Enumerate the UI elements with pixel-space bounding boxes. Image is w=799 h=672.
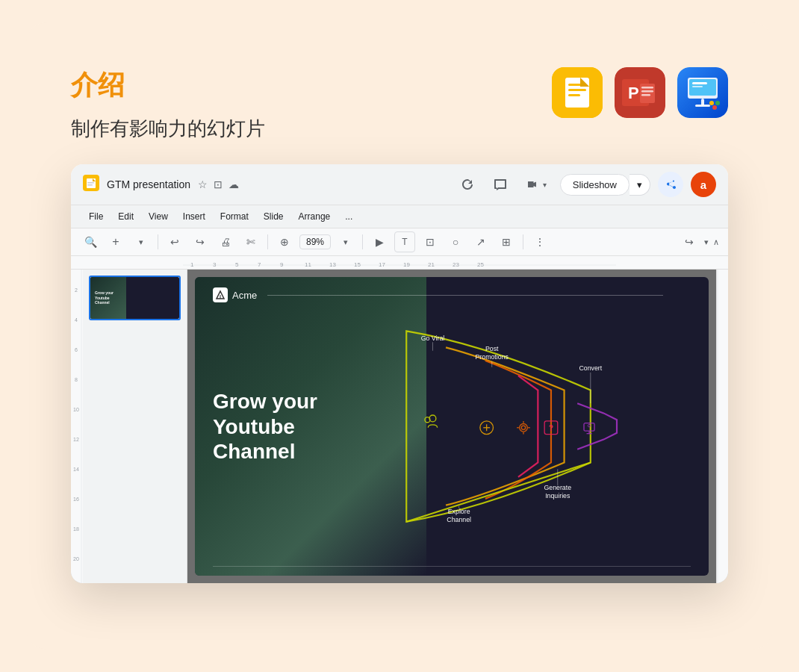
slide-panel: Grow yourYoutubeChannel [83,270,187,583]
doc-title: GTM presentation [107,178,190,190]
add-icon[interactable]: + [105,231,126,252]
zoom-in-icon[interactable]: 🔍 [80,231,101,252]
undo-icon[interactable]: ↩ [164,231,185,252]
svg-text:17: 17 [379,261,385,268]
svg-text:?: ? [548,423,553,432]
svg-rect-41 [71,270,83,583]
menu-more[interactable]: ... [339,208,358,225]
print-icon[interactable]: 🖨 [215,231,236,252]
svg-text:Post: Post [485,345,499,352]
toolbar-sep-3 [362,234,363,249]
toolbar-sep-4 [523,234,523,249]
svg-text:4: 4 [75,317,78,323]
google-slides-icon[interactable] [552,67,603,118]
vertical-ruler: 2 4 6 8 10 12 14 16 18 20 [71,270,83,583]
select-tool[interactable]: ▶ [369,231,390,252]
svg-text:Convert: Convert [579,364,602,372]
video-button[interactable]: ▾ [520,175,553,194]
svg-text:Inquiries: Inquiries [545,492,571,500]
svg-rect-9 [641,87,653,89]
user-avatar[interactable]: a [691,172,716,197]
toolbar-sep-1 [158,234,158,249]
menu-format[interactable]: Format [214,208,255,225]
svg-text:12: 12 [73,437,79,442]
share-button[interactable] [658,172,683,197]
svg-text:25: 25 [477,261,484,268]
cloud-icon[interactable]: ☁ [228,178,239,190]
line-tool[interactable]: ↗ [470,231,491,252]
page-wrapper: 介绍 制作有影响力的幻灯片 P [26,22,773,650]
menu-file[interactable]: File [83,208,109,225]
svg-rect-18 [695,105,710,107]
canvas-area: Acme Grow your Youtube Channel [187,270,716,583]
svg-text:8: 8 [75,377,78,382]
main-area: 2 4 6 8 10 12 14 16 18 20 [71,270,728,583]
acme-logo-icon [213,287,228,302]
svg-text:2: 2 [75,287,78,293]
powerpoint-icon[interactable]: P [615,67,665,118]
history-button[interactable] [455,175,480,194]
toolbar-right-arrow[interactable]: ▾ [704,237,709,247]
paint-format-icon[interactable]: ↪ [679,231,700,252]
toolbar-collapse[interactable]: ∧ [713,237,719,247]
svg-rect-24 [87,182,94,184]
title-bar-right: ▾ Slideshow ▾ a [455,172,716,197]
svg-text:10: 10 [73,407,79,412]
slide-main-title: Grow your Youtube Channel [213,389,355,464]
svg-text:Explore: Explore [447,508,470,515]
keynote-icon[interactable] [677,67,728,118]
slide-logo: Acme [213,287,663,302]
title-bar: GTM presentation ☆ ⊡ ☁ [71,164,728,205]
slideshow-button[interactable]: Slideshow [560,174,629,196]
svg-point-21 [712,105,717,110]
chat-button[interactable] [488,175,513,194]
svg-rect-86 [717,270,728,583]
shape-tool[interactable]: ○ [445,231,466,252]
zoom-selector[interactable]: 89% [299,234,331,249]
slideshow-dropdown-button[interactable]: ▾ [629,174,650,196]
svg-rect-26 [183,256,616,270]
svg-text:3: 3 [213,261,217,268]
title-bar-left: GTM presentation ☆ ⊡ ☁ [83,175,239,194]
svg-text:6: 6 [75,347,78,352]
svg-text:13: 13 [329,261,336,268]
menu-bar: File Edit View Insert Format Slide Arran… [71,205,728,228]
camera-icon[interactable]: ⊡ [214,178,223,190]
zoom-down-arrow[interactable]: ▾ [335,231,356,252]
menu-edit[interactable]: Edit [112,208,140,225]
svg-text:18: 18 [73,526,79,532]
slide-thumbnail-1[interactable]: Grow yourYoutubeChannel [89,276,181,320]
slides-icon-small [83,175,99,194]
menu-insert[interactable]: Insert [177,208,211,225]
text-tool[interactable]: T [394,231,415,252]
svg-rect-1 [565,78,589,108]
menu-arrange[interactable]: Arrange [293,208,337,225]
redo-icon[interactable]: ↪ [190,231,211,252]
svg-text:19: 19 [403,261,410,268]
star-icon[interactable]: ☆ [198,178,208,190]
svg-rect-16 [692,86,703,87]
svg-text:20: 20 [73,556,79,561]
svg-text:5: 5 [235,261,239,268]
svg-point-20 [715,101,720,105]
paint-icon[interactable]: ✄ [240,231,261,252]
svg-text:Channel: Channel [447,516,471,523]
svg-rect-3 [568,89,586,91]
arrow-down-icon[interactable]: ▾ [131,231,152,252]
table-tool[interactable]: ⊞ [496,231,517,252]
svg-point-61 [519,423,527,432]
svg-rect-4 [568,94,580,96]
acme-text: Acme [232,290,257,301]
menu-view[interactable]: View [143,208,174,225]
svg-text:16: 16 [73,497,79,502]
more-tools[interactable]: ⋮ [529,231,550,252]
menu-slide[interactable]: Slide [258,208,290,225]
svg-text:21: 21 [428,261,435,268]
svg-rect-15 [692,82,707,84]
zoom-icon2[interactable]: ⊕ [274,231,295,252]
svg-text:9: 9 [280,261,284,268]
slideshow-group: Slideshow ▾ [560,174,650,196]
slide-bottom-line [213,566,691,567]
image-tool[interactable]: ⊡ [420,231,441,252]
svg-text:23: 23 [453,261,459,268]
